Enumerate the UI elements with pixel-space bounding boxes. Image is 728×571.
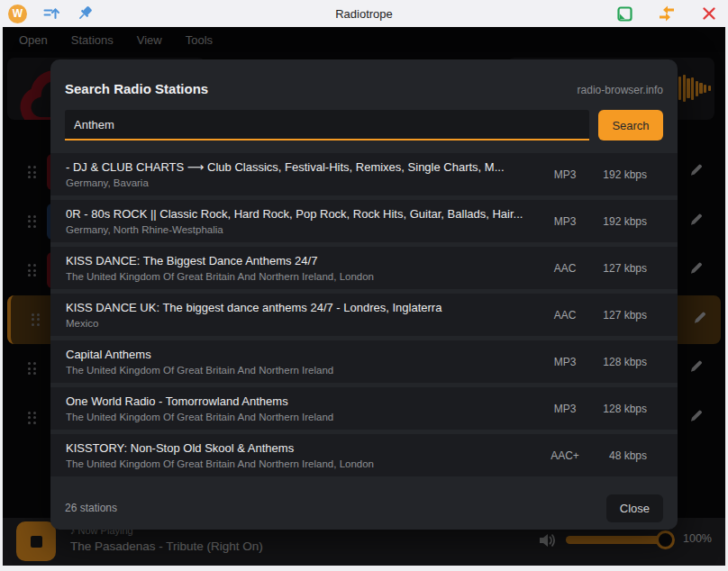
station-location: The United Kingdom Of Great Britain And … <box>66 271 542 282</box>
close-button[interactable] <box>701 5 717 22</box>
search-result-row[interactable]: One World Radio - Tomorrowland Anthems T… <box>50 387 678 430</box>
app-content: Open Stations View Tools <box>3 27 725 566</box>
search-button[interactable]: Search <box>598 110 663 140</box>
station-name: - DJ & CLUB CHARTS ⟶ Club Classics, Fest… <box>66 160 542 174</box>
station-count: 26 stations <box>65 502 117 514</box>
station-name: 0R - 80s ROCK || Classic Rock, Hard Rock… <box>66 207 542 221</box>
station-bitrate: 127 kbps <box>587 262 647 275</box>
station-codec: AAC <box>542 309 587 322</box>
modal-title: Search Radio Stations <box>65 81 208 96</box>
station-codec: MP3 <box>542 403 587 415</box>
station-codec: MP3 <box>542 168 587 181</box>
station-location: Germany, North Rhine-Westphalia <box>66 224 542 235</box>
search-modal: Search Radio Stations radio-browser.info… <box>50 59 678 530</box>
station-bitrate: 128 kbps <box>587 356 647 368</box>
modal-footer: 26 stations Close <box>50 486 678 530</box>
close-modal-button[interactable]: Close <box>606 494 663 522</box>
station-location: The United Kingdom Of Great Britain And … <box>66 365 542 376</box>
pin-icon[interactable] <box>76 5 94 23</box>
station-bitrate: 128 kbps <box>587 403 647 415</box>
app-window: W Radiotrope Open St <box>0 0 728 571</box>
station-name: One World Radio - Tomorrowland Anthems <box>66 394 542 408</box>
rollup-icon[interactable] <box>658 5 676 22</box>
station-codec: AAC+ <box>542 449 587 462</box>
search-results: - DJ & CLUB CHARTS ⟶ Club Classics, Fest… <box>50 153 678 481</box>
maximize-button[interactable] <box>617 6 632 22</box>
station-location: Germany, Bavaria <box>66 177 542 188</box>
station-location: The United Kingdom Of Great Britain And … <box>66 458 542 469</box>
station-bitrate: 192 kbps <box>587 168 647 181</box>
station-codec: MP3 <box>542 215 587 228</box>
search-result-row[interactable]: KISS DANCE UK: The biggest dance anthems… <box>50 294 678 336</box>
station-codec: AAC <box>542 262 587 275</box>
station-bitrate: 48 kbps <box>587 449 647 462</box>
search-result-row[interactable]: - DJ & CLUB CHARTS ⟶ Club Classics, Fest… <box>50 153 678 195</box>
station-name: KISSTORY: Non-Stop Old Skool & Anthems <box>66 441 542 455</box>
station-location: The United Kingdom Of Great Britain And … <box>66 412 542 422</box>
modal-source-label: radio-browser.info <box>578 84 663 96</box>
search-result-row[interactable]: KISSTORY: Non-Stop Old Skool & Anthems T… <box>50 434 678 476</box>
app-logo-icon: W <box>8 5 27 23</box>
search-input[interactable] <box>65 110 589 140</box>
move-to-top-icon[interactable] <box>41 4 61 23</box>
search-result-row[interactable]: Capital Anthems The United Kingdom Of Gr… <box>50 340 678 383</box>
titlebar[interactable]: W Radiotrope <box>0 0 728 27</box>
station-name: KISS DANCE UK: The biggest dance anthems… <box>66 301 542 314</box>
search-result-row[interactable]: 0R - 80s ROCK || Classic Rock, Hard Rock… <box>50 200 678 242</box>
search-result-row[interactable]: KISS DANCE: The Biggest Dance Anthems 24… <box>50 247 678 289</box>
station-name: Capital Anthems <box>66 348 542 361</box>
station-codec: MP3 <box>542 356 587 368</box>
station-location: Mexico <box>66 318 542 329</box>
station-bitrate: 127 kbps <box>587 309 647 322</box>
station-name: KISS DANCE: The Biggest Dance Anthems 24… <box>66 254 542 267</box>
station-bitrate: 192 kbps <box>587 215 647 228</box>
